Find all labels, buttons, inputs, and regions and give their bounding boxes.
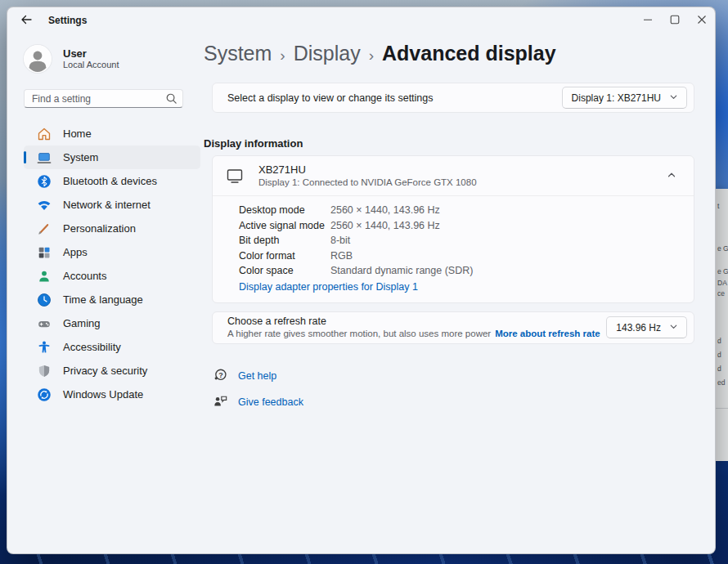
sidebar-item-personalization[interactable]: Personalization [24,217,200,240]
background-text-fragment: d [717,351,721,359]
network-icon [37,198,52,213]
user-name: User [63,47,119,60]
back-arrow-icon [20,13,33,29]
display-information-card: XB271HU Display 1: Connected to NVIDIA G… [212,155,694,303]
search-input[interactable] [24,89,183,108]
sidebar-nav: Home System Bluetooth [24,122,200,406]
sidebar-item-system[interactable]: System [24,145,200,169]
breadcrumb-separator: › [369,43,374,68]
home-icon [37,127,52,141]
sidebar-item-accounts[interactable]: Accounts [24,264,200,288]
refresh-rate-description: A higher rate gives smoother motion, but… [227,328,600,339]
sidebar-item-privacy-security[interactable]: Privacy & security [24,359,200,383]
display-details: Desktop mode 2560 × 1440, 143.96 Hz Acti… [213,196,694,302]
sidebar-item-label: Personalization [63,222,136,235]
sidebar-item-network-internet[interactable]: Network & internet [24,193,200,217]
sidebar-item-label: Gaming [63,317,101,329]
sidebar-item-label: Bluetooth & devices [63,175,157,187]
detail-row-color-format: Color format RGB [239,248,679,264]
sidebar-item-label: Apps [63,246,88,258]
breadcrumb: System › Display › Advanced display [204,41,715,68]
desktop-wallpaper: t e G e G DA ce d d d ed Settings [0,0,728,564]
apps-icon [37,245,52,260]
gaming-icon [37,316,52,331]
user-account-type: Local Account [63,60,119,70]
svg-text:?: ? [218,370,222,378]
privacy-security-icon [37,364,52,378]
windows-update-icon [37,387,52,402]
get-help-link[interactable]: ? Get help [213,368,715,385]
sidebar-item-accessibility[interactable]: Accessibility [24,335,200,359]
background-text-fragment: e G [717,267,728,275]
maximize-button[interactable] [661,7,688,34]
breadcrumb-system[interactable]: System [204,41,272,65]
system-icon [37,150,52,165]
display-select-dropdown[interactable]: Display 1: XB271HU [562,87,687,109]
background-text-fragment: DA [717,279,727,287]
sidebar: User Local Account [7,34,204,553]
get-help-icon: ? [213,368,227,385]
select-display-label: Select a display to view or change its s… [227,92,434,104]
refresh-rate-title: Choose a refresh rate [227,316,600,328]
monitor-name: XB271HU [258,163,477,177]
refresh-rate-row: Choose a refresh rate A higher rate give… [212,311,694,344]
sidebar-item-label: Accessibility [63,341,121,353]
background-text-fragment: d [717,337,721,345]
background-text-fragment: ed [717,378,725,387]
background-text-fragment: ce [717,289,725,298]
minimize-icon [641,13,654,29]
display-information-header[interactable]: XB271HU Display 1: Connected to NVIDIA G… [213,156,694,195]
accessibility-icon [37,340,52,355]
sidebar-item-bluetooth-devices[interactable]: Bluetooth & devices [24,169,200,193]
settings-window: Settings [7,7,716,554]
footer-links: ? Get help Give feedback [213,368,715,411]
display-adapter-properties-link[interactable]: Display adapter properties for Display 1 [239,281,418,293]
window-controls [634,7,715,34]
background-text-fragment: t [717,202,719,210]
search-box [24,89,183,108]
user-account-block[interactable]: User Local Account [24,45,187,73]
give-feedback-icon [213,394,227,411]
breadcrumb-display[interactable]: Display [294,41,361,65]
background-window-sliver: t e G e G DA ce d d d ed [715,189,728,461]
sidebar-item-home[interactable]: Home [24,122,200,145]
more-about-refresh-rate-link[interactable]: More about refresh rate [495,329,600,338]
personalization-icon [37,222,52,236]
main-content: System › Display › Advanced display Sele… [204,34,715,553]
collapse-button[interactable] [659,166,684,186]
sidebar-item-label: Network & internet [63,199,151,211]
display-select-value: Display 1: XB271HU [572,92,661,104]
minimize-button[interactable] [634,7,661,34]
close-icon [695,13,708,29]
selected-indicator [24,151,26,163]
detail-row-color-space: Color space Standard dynamic range (SDR) [239,263,679,279]
close-button[interactable] [688,7,715,34]
back-button[interactable] [16,11,37,30]
maximize-icon [668,13,681,29]
page-title: Advanced display [382,41,556,65]
sidebar-item-time-language[interactable]: Time & language [24,288,200,311]
sidebar-item-label: Home [63,128,92,140]
background-text-fragment: e G [717,244,728,253]
window-title: Settings [48,15,87,26]
give-feedback-link[interactable]: Give feedback [213,394,715,411]
sidebar-item-label: Time & language [63,293,143,306]
divider [716,408,728,409]
sidebar-item-gaming[interactable]: Gaming [24,311,200,335]
refresh-rate-dropdown[interactable]: 143.96 Hz [606,316,687,338]
accounts-icon [37,269,52,284]
titlebar: Settings [7,7,715,34]
avatar [24,45,52,73]
background-text-fragment: d [717,365,721,373]
chevron-down-icon [668,92,679,105]
detail-row-bit-depth: Bit depth 8-bit [239,233,679,248]
sidebar-item-label: Privacy & security [63,365,147,377]
chevron-up-icon [666,169,677,183]
monitor-connection: Display 1: Connected to NVIDIA GeForce G… [258,177,477,188]
sidebar-item-windows-update[interactable]: Windows Update [24,383,200,406]
select-display-row: Select a display to view or change its s… [212,83,694,113]
sidebar-item-apps[interactable]: Apps [24,240,200,264]
sidebar-item-label: System [63,151,98,163]
bluetooth-icon [37,174,52,189]
chevron-down-icon [668,321,679,334]
